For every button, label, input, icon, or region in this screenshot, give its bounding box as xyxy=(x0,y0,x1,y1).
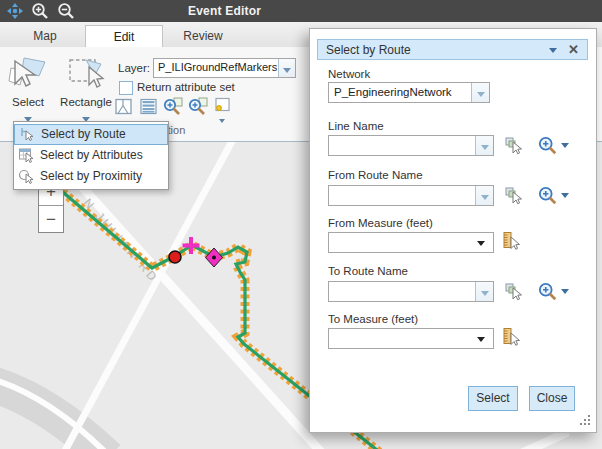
rectangle-tool-button[interactable]: Rectangle xyxy=(56,49,116,121)
from-route-name-label: From Route Name xyxy=(328,169,423,181)
to-measure-pick-icon[interactable] xyxy=(502,327,522,347)
from-measure-caret-icon[interactable] xyxy=(477,241,485,246)
layer-combobox-value: P_ILIGroundRefMarkers xyxy=(158,61,277,73)
zoom-to-selected-icon[interactable] xyxy=(163,97,183,117)
select-button[interactable]: Select xyxy=(468,386,518,411)
from-measure-cross-marker[interactable] xyxy=(183,237,200,254)
tab-edit[interactable]: Edit xyxy=(85,25,163,49)
from-route-name-combobox[interactable] xyxy=(328,185,494,206)
attributes-list-icon[interactable] xyxy=(139,97,159,117)
panel-titlebar[interactable]: Select by Route ✕ xyxy=(317,39,588,60)
network-label: Network xyxy=(328,68,370,80)
red-point-marker[interactable] xyxy=(169,251,181,263)
clip-shape-icon[interactable] xyxy=(114,97,134,117)
zoom-out-icon[interactable] xyxy=(57,2,75,20)
pan-tool-icon[interactable] xyxy=(6,2,24,20)
line-name-zoom-caret-icon[interactable] xyxy=(561,143,569,148)
panel-collapse-caret-icon[interactable] xyxy=(549,48,557,53)
menu-item-select-by-attributes[interactable]: Select by Attributes xyxy=(14,145,168,166)
zoom-out-button[interactable]: − xyxy=(39,206,63,233)
to-route-zoom-icon[interactable] xyxy=(538,282,558,302)
network-combobox[interactable]: P_EngineeringNetwork xyxy=(328,82,490,103)
layer-combobox[interactable]: P_ILIGroundRefMarkers xyxy=(153,58,296,78)
rectangle-tool-icon xyxy=(65,55,107,91)
event-editor-window: N JULIAN RD + − xyxy=(0,0,602,449)
menu-item-label: Select by Attributes xyxy=(40,148,143,162)
menu-item-label: Select by Proximity xyxy=(40,169,142,183)
network-value: P_EngineeringNetwork xyxy=(334,86,452,98)
line-name-label: Line Name xyxy=(328,120,384,132)
select-by-proximity-icon xyxy=(18,168,34,184)
tab-review[interactable]: Review xyxy=(162,25,244,47)
layer-combobox-dropdown-button[interactable] xyxy=(278,59,295,77)
tab-map[interactable]: Map xyxy=(5,25,85,47)
select-by-attributes-icon xyxy=(18,147,34,163)
rectangle-tool-label: Rectangle xyxy=(56,96,116,108)
panel-resize-grip[interactable] xyxy=(580,415,592,427)
return-attribute-set-label: Return attribute set xyxy=(137,81,235,93)
select-tool-icon xyxy=(7,55,49,91)
to-measure-caret-icon[interactable] xyxy=(477,337,485,342)
from-route-select-on-map-icon[interactable] xyxy=(504,185,524,205)
panel-title: Select by Route xyxy=(326,43,411,57)
zoom-to-next-selected-icon[interactable] xyxy=(188,97,208,117)
select-tool-menu: Select by Route Select by Attributes Sel… xyxy=(13,121,169,190)
road-sliver xyxy=(518,432,568,449)
from-route-zoom-icon[interactable] xyxy=(538,186,558,206)
to-measure-label: To Measure (feet) xyxy=(328,313,418,325)
titlebar: Event Editor xyxy=(0,0,602,22)
line-name-dropdown-button[interactable] xyxy=(475,136,493,155)
selection-options-icon[interactable] xyxy=(212,97,232,117)
menu-item-select-by-proximity[interactable]: Select by Proximity xyxy=(14,166,168,187)
network-dropdown-button[interactable] xyxy=(471,83,489,102)
menu-item-label: Select by Route xyxy=(41,127,126,141)
to-measure-combobox[interactable] xyxy=(328,328,494,349)
app-title: Event Editor xyxy=(188,4,261,18)
line-name-zoom-icon[interactable] xyxy=(538,136,558,156)
select-tool-button[interactable]: Select xyxy=(0,49,56,121)
from-measure-pick-icon[interactable] xyxy=(502,231,522,251)
panel-close-icon[interactable]: ✕ xyxy=(568,42,579,57)
from-route-name-dropdown-button[interactable] xyxy=(475,186,493,205)
line-name-select-on-map-icon[interactable] xyxy=(504,135,524,155)
to-route-select-on-map-icon[interactable] xyxy=(504,281,524,301)
close-button[interactable]: Close xyxy=(529,386,575,411)
from-measure-label: From Measure (feet) xyxy=(328,217,433,229)
selection-options-caret-icon[interactable] xyxy=(219,119,225,123)
menu-item-select-by-route[interactable]: Select by Route xyxy=(14,124,168,145)
from-route-zoom-caret-icon[interactable] xyxy=(561,193,569,198)
select-tool-label: Select xyxy=(0,96,56,108)
to-route-name-combobox[interactable] xyxy=(328,281,494,302)
select-by-route-icon xyxy=(19,126,35,142)
to-route-zoom-caret-icon[interactable] xyxy=(561,289,569,294)
layer-label: Layer: xyxy=(118,62,150,74)
zoom-in-icon[interactable] xyxy=(31,2,49,20)
select-by-route-panel: Select by Route ✕ Network P_EngineeringN… xyxy=(309,28,597,433)
from-measure-combobox[interactable] xyxy=(328,232,494,253)
to-route-name-dropdown-button[interactable] xyxy=(475,282,493,301)
to-route-name-label: To Route Name xyxy=(328,265,408,277)
line-name-combobox[interactable] xyxy=(328,135,494,156)
return-attribute-set-checkbox[interactable] xyxy=(119,81,133,95)
diamond-center-dot xyxy=(212,256,216,260)
